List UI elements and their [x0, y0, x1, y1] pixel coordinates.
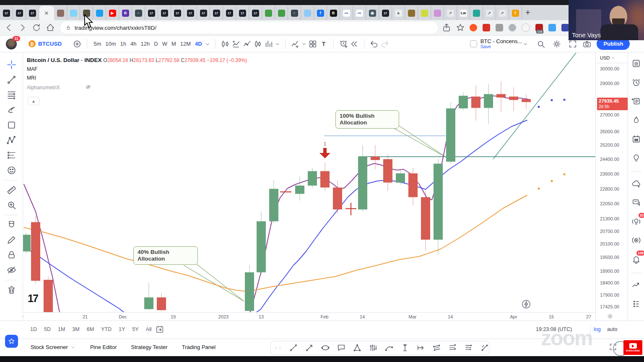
new-tab-button[interactable]: + [525, 8, 530, 18]
magnet-tool-icon[interactable] [4, 217, 18, 232]
extension-gray-icon[interactable] [496, 24, 503, 31]
browser-tab[interactable] [301, 6, 314, 20]
columns-icon[interactable] [263, 39, 274, 49]
interval-4h[interactable]: 4h [130, 41, 136, 47]
compare-icon[interactable] [231, 39, 242, 49]
range-All[interactable]: All [146, 326, 152, 332]
text-tool-icon[interactable] [4, 118, 18, 132]
indicator-maf[interactable]: MAF [27, 66, 247, 72]
tv-toolbar[interactable]: 11 ₿ BTCUSD 5m10m1h4h12hDWM12M 4D T BTC … [0, 36, 644, 52]
browser-tab[interactable]: 17 [184, 6, 197, 20]
browser-tab[interactable]: a [392, 6, 405, 20]
browser-tab[interactable]: ○ [132, 6, 145, 20]
range-1Y[interactable]: 1Y [119, 326, 125, 332]
browser-tab[interactable]: 17 [171, 6, 184, 20]
eyeoff-tool-icon[interactable] [4, 263, 18, 277]
footer-tab-pine-editor[interactable]: Pine Editor [90, 344, 117, 350]
extension-pdf-icon[interactable] [483, 24, 490, 31]
trend-tool-icon[interactable] [289, 343, 298, 352]
browser-tab[interactable]: T [509, 6, 522, 20]
right-sidebar[interactable]: 33109 [628, 52, 644, 356]
range-YTD[interactable]: YTD [101, 326, 112, 332]
browser-tab[interactable]: f [314, 6, 327, 20]
footer-tabs[interactable]: Stock ScreenerPine EditorStrategy Tester… [31, 344, 230, 350]
browser-tab[interactable]: 17 [197, 6, 210, 20]
notes-icon[interactable] [630, 95, 642, 107]
extension-vpn-icon[interactable] [561, 24, 569, 31]
interval-5m[interactable]: 5m [93, 41, 101, 47]
indicator-alphanumetrix[interactable]: AlphanumetriX [27, 84, 247, 91]
log-scale-toggle[interactable]: log [594, 326, 601, 332]
tabs-container[interactable]: 171717✕▶B○171717171717171717○fBeiaeia◉17… [0, 5, 522, 20]
browser-tab[interactable]: ↗ [496, 6, 509, 20]
chart-pane[interactable]: 1 [23, 52, 595, 312]
interval-buttons[interactable]: 5m10m1h4h12hDWM12M [91, 41, 193, 47]
ideas-live-icon[interactable]: 33 [630, 215, 642, 227]
floating-drawing-toolbar[interactable]: ⁙⁙ [270, 341, 489, 355]
alert-add-icon[interactable] [338, 39, 349, 49]
alarm-icon[interactable] [630, 76, 642, 88]
chart-type-chevron-icon[interactable] [274, 39, 281, 49]
browser-tab[interactable] [470, 6, 483, 20]
symbol-button[interactable]: BTCUSD [38, 41, 62, 47]
layout-name[interactable]: BTC - Concens... [480, 39, 522, 44]
browser-tab[interactable] [93, 6, 106, 20]
interval-W[interactable]: W [162, 41, 167, 47]
chat-private-icon[interactable] [630, 197, 642, 208]
browser-tab[interactable]: eia [340, 6, 353, 20]
interval-D[interactable]: D [154, 41, 158, 47]
hotlist-icon[interactable] [630, 114, 642, 126]
interval-12h[interactable]: 12h [141, 41, 150, 47]
interval-1h[interactable]: 1h [120, 41, 126, 47]
symbol-add-icon[interactable] [72, 39, 83, 49]
browser-tab[interactable]: 17 [26, 6, 39, 20]
browser-tab[interactable]: 17 [379, 6, 392, 20]
browser-tab[interactable]: ▶ [106, 6, 119, 20]
interval-chevron-icon[interactable] [204, 39, 211, 49]
indicator-mri[interactable]: MRI [27, 75, 247, 81]
redo-icon[interactable] [379, 39, 390, 49]
flash-icon[interactable] [521, 299, 532, 311]
trash-tool-icon[interactable] [4, 282, 18, 297]
bar-replay-icon[interactable] [349, 39, 360, 49]
extensions-row[interactable]: 108 [470, 23, 569, 32]
extension-house-icon[interactable]: 108 [535, 24, 543, 31]
browser-tab-active[interactable]: ✕ [39, 6, 54, 20]
url-field[interactable]: tradingview.com/chart/xxkrsT8D/ [60, 22, 438, 34]
range-1D[interactable]: 1D [30, 326, 37, 332]
forward-icon[interactable] [18, 23, 28, 33]
auto-scale-toggle[interactable]: auto [607, 326, 617, 332]
vruler-tool-icon[interactable] [400, 343, 410, 352]
browser-tab[interactable]: 17 [236, 6, 249, 20]
parallel2-tool-icon[interactable] [448, 343, 457, 352]
extension-feather-icon[interactable] [548, 24, 556, 31]
price-axis[interactable]: USD 30000.0029000.0027000.0026000.002520… [595, 52, 628, 321]
crosshair-tool-icon[interactable] [4, 57, 18, 72]
browser-tab[interactable]: Lw [457, 6, 470, 20]
browser-tab[interactable] [67, 6, 80, 20]
browser-tab[interactable]: ↗ [483, 6, 496, 20]
streams-icon[interactable] [630, 234, 642, 246]
footer-tab-stock-screener[interactable]: Stock Screener [31, 344, 76, 350]
hollow-candles-icon[interactable] [252, 39, 263, 49]
eye-off-icon[interactable] [60, 84, 91, 91]
browser-tab[interactable]: ↗ [444, 6, 457, 20]
toolbar-drag-handle[interactable]: ⁙⁙ [274, 346, 282, 350]
indicators-chevron-icon[interactable] [301, 39, 307, 49]
calendar-icon[interactable] [630, 133, 642, 145]
ellipse-tool-icon[interactable] [321, 343, 330, 352]
layout-name-block[interactable]: BTC - Concens... Save [480, 39, 522, 49]
trendarrow-tool-icon[interactable] [305, 343, 314, 352]
interval-12M[interactable]: 12M [180, 41, 191, 47]
fib-tool-icon[interactable] [4, 88, 18, 102]
interval-M[interactable]: M [171, 41, 176, 47]
home-icon[interactable] [45, 23, 55, 33]
interval-10m[interactable]: 10m [105, 41, 116, 47]
text-tool-icon[interactable]: T [318, 39, 329, 49]
ruler-tool-icon[interactable] [4, 183, 18, 197]
save-button[interactable]: Save [480, 44, 522, 49]
drawing-toolbar[interactable] [0, 52, 23, 321]
layout-chevron-icon[interactable] [522, 39, 529, 49]
parallel-tool-icon[interactable] [432, 343, 441, 352]
gear-icon[interactable] [551, 39, 562, 49]
